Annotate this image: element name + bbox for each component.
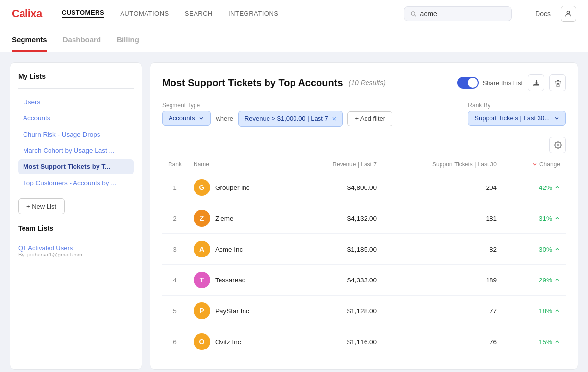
account-name[interactable]: Ovitz Inc xyxy=(215,338,241,346)
change-cell: 29% xyxy=(503,265,566,296)
up-arrow-icon xyxy=(554,215,560,221)
rank-cell: 1 xyxy=(162,172,188,203)
nav-integrations[interactable]: INTEGRATIONS xyxy=(228,10,279,17)
tab-billing[interactable]: Billing xyxy=(117,27,139,52)
up-arrow-icon xyxy=(554,308,560,314)
user-icon xyxy=(564,10,572,18)
revenue-cell: $1,128.00 xyxy=(294,296,383,326)
chevron-down-icon-rank xyxy=(554,116,560,121)
change-cell: 30% xyxy=(503,234,566,265)
up-arrow-icon xyxy=(554,246,560,252)
rank-cell: 2 xyxy=(162,203,188,234)
sidebar-divider-1 xyxy=(18,88,134,89)
revenue-cell: $4,800.00 xyxy=(294,172,383,203)
sidebar-divider-2 xyxy=(18,238,134,238)
nav-automations[interactable]: AUTOMATIONS xyxy=(120,10,169,17)
avatar: A xyxy=(194,241,210,257)
new-list-button[interactable]: + New List xyxy=(18,198,65,214)
filter-value: Revenue > $1,000.00 | Last 7 xyxy=(245,115,328,122)
add-filter-button[interactable]: + Add filter xyxy=(347,111,392,126)
rank-by-label: Rank By xyxy=(468,102,566,109)
rank-cell: 6 xyxy=(162,326,188,357)
name-cell: A Acme Inc xyxy=(188,234,294,265)
revenue-cell: $4,132.00 xyxy=(294,203,383,234)
tickets-cell: 189 xyxy=(383,265,503,296)
filter-pill[interactable]: Revenue > $1,000.00 | Last 7 × xyxy=(238,111,343,127)
top-navigation: Calixa CUSTOMERS AUTOMATIONS SEARCH INTE… xyxy=(0,0,588,27)
segment-type-value: Accounts xyxy=(169,115,195,122)
name-cell: Z Zieme xyxy=(188,203,294,234)
name-cell: T Tessaread xyxy=(188,265,294,296)
main-content: My Lists Users Accounts Churn Risk - Usa… xyxy=(0,52,588,372)
sort-down-icon xyxy=(532,162,538,167)
col-name: Name xyxy=(188,157,294,172)
share-toggle: Share this List xyxy=(457,77,523,89)
filters-row: Segment Type Accounts where Revenue > $1… xyxy=(162,101,566,127)
delete-button[interactable] xyxy=(549,74,566,91)
tab-dashboard[interactable]: Dashboard xyxy=(63,27,101,52)
table-row[interactable]: 5 P PayStar Inc $1,128.00 77 18% xyxy=(162,296,566,326)
where-label: where xyxy=(216,105,233,122)
table-row[interactable]: 1 G Grouper inc $4,800.00 204 42% xyxy=(162,172,566,203)
tickets-cell: 76 xyxy=(383,326,503,357)
change-cell: 15% xyxy=(503,326,566,357)
segment-type-select[interactable]: Accounts xyxy=(162,111,211,126)
col-tickets: Support Tickets | Last 30 xyxy=(383,157,503,172)
download-button[interactable] xyxy=(528,74,544,91)
rank-cell: 5 xyxy=(162,296,188,326)
sidebar-item-churn-risk[interactable]: Churn Risk - Usage Drops xyxy=(18,127,134,142)
account-name[interactable]: Zieme xyxy=(215,215,234,222)
rank-cell: 4 xyxy=(162,265,188,296)
list-header: Most Support Tickets by Top Accounts (10… xyxy=(162,74,566,91)
nav-search[interactable]: SEARCH xyxy=(185,10,213,17)
col-change: Change xyxy=(503,157,566,172)
team-list-q1-name[interactable]: Q1 Activated Users xyxy=(18,244,134,252)
table-settings-button[interactable] xyxy=(549,137,566,153)
account-name[interactable]: Grouper inc xyxy=(215,184,250,191)
share-label: Share this List xyxy=(483,79,523,87)
tickets-cell: 82 xyxy=(383,234,503,265)
account-name[interactable]: Tessaread xyxy=(215,277,245,284)
table-row[interactable]: 3 A Acme Inc $1,185.00 82 30% xyxy=(162,234,566,265)
table-row[interactable]: 2 Z Zieme $4,132.00 181 31% xyxy=(162,203,566,234)
sub-navigation: Segments Dashboard Billing xyxy=(0,27,588,52)
settings-icon-row xyxy=(162,137,566,153)
revenue-cell: $1,185.00 xyxy=(294,234,383,265)
nav-customers[interactable]: CUSTOMERS xyxy=(62,9,104,18)
app-logo: Calixa xyxy=(12,7,42,20)
rank-cell: 3 xyxy=(162,234,188,265)
sidebar-item-march-cohort[interactable]: March Cohort by Usage Last ... xyxy=(18,143,134,158)
search-icon xyxy=(410,10,416,17)
search-input[interactable] xyxy=(420,10,505,18)
tab-segments[interactable]: Segments xyxy=(12,27,47,52)
search-container xyxy=(404,6,512,21)
change-cell: 31% xyxy=(503,203,566,234)
up-arrow-icon xyxy=(554,339,560,345)
col-rank: Rank xyxy=(162,157,188,172)
account-name[interactable]: Acme Inc xyxy=(215,246,243,253)
table-row[interactable]: 4 T Tessaread $4,333.00 189 29% xyxy=(162,265,566,296)
team-list-item: Q1 Activated Users By: jauharsal1@gmail.… xyxy=(18,244,134,257)
avatar: Z xyxy=(194,210,210,227)
sidebar-item-most-support[interactable]: Most Support Tickets by T... xyxy=(18,159,134,174)
share-toggle-switch[interactable] xyxy=(457,77,479,89)
name-cell: O Ovitz Inc xyxy=(188,326,294,357)
tickets-cell: 77 xyxy=(383,296,503,326)
data-table: Rank Name Revenue | Last 7 Support Ticke… xyxy=(162,157,566,357)
sidebar-item-accounts[interactable]: Accounts xyxy=(18,111,134,126)
table-row[interactable]: 6 O Ovitz Inc $1,116.00 76 15% xyxy=(162,326,566,357)
docs-link[interactable]: Docs xyxy=(535,10,551,18)
svg-point-4 xyxy=(557,144,559,146)
sidebar-item-top-customers[interactable]: Top Customers - Accounts by ... xyxy=(18,175,134,190)
name-cell: P PayStar Inc xyxy=(188,296,294,326)
results-count: (10 Results) xyxy=(349,79,386,87)
user-avatar-button[interactable] xyxy=(561,6,576,22)
filter-remove-button[interactable]: × xyxy=(332,115,337,123)
sidebar-item-users[interactable]: Users xyxy=(18,94,134,110)
rank-by-select[interactable]: Support Tickets | Last 30... xyxy=(468,111,566,126)
team-list-q1-by: By: jauharsal1@gmail.com xyxy=(18,252,134,257)
chevron-down-icon xyxy=(198,116,204,121)
change-cell: 18% xyxy=(503,296,566,326)
change-cell: 42% xyxy=(503,172,566,203)
account-name[interactable]: PayStar Inc xyxy=(215,307,249,315)
